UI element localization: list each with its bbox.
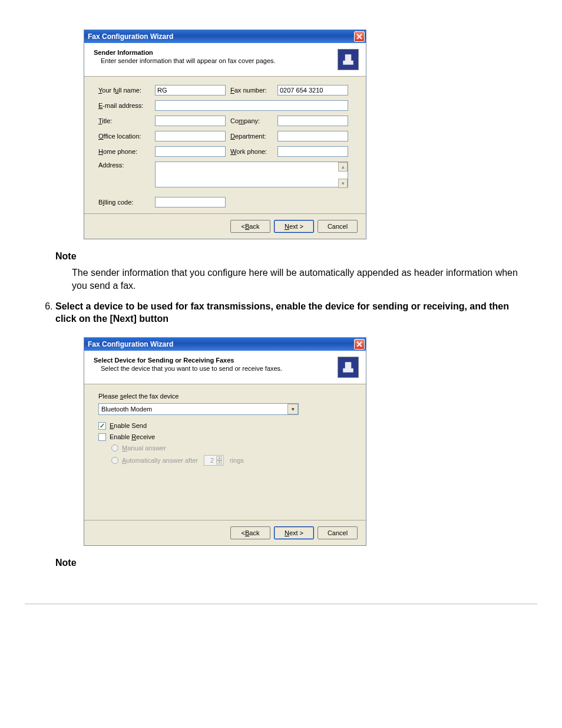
email-input[interactable]	[155, 100, 348, 111]
cancel-button[interactable]: Cancel	[318, 220, 358, 233]
full-name-input[interactable]	[155, 85, 226, 95]
fax-wizard-sender-dialog: Fax Configuration Wizard Sender Informat…	[84, 29, 366, 239]
address-input[interactable]	[155, 162, 348, 187]
note-text: The sender information that you configur…	[72, 266, 523, 293]
office-label: Office location:	[98, 133, 150, 140]
titlebar[interactable]: Fax Configuration Wizard	[84, 338, 366, 351]
fax-icon	[338, 357, 359, 378]
enable-send-checkbox[interactable]: ✓	[98, 422, 106, 430]
auto-answer-label: Automatically answer after	[122, 457, 198, 464]
full-name-label: Your full name:	[98, 87, 150, 94]
window-title: Fax Configuration Wizard	[88, 340, 173, 348]
scroll-down-button[interactable]: ▾	[338, 179, 348, 188]
billing-input[interactable]	[155, 197, 226, 207]
fax-device-select[interactable]: Bluetooth Modem ▾	[98, 403, 299, 415]
select-device-label: Please select the fax device	[98, 393, 352, 400]
rings-suffix: rings	[230, 457, 244, 464]
address-label: Address:	[98, 162, 150, 169]
header-title: Sender Information	[94, 49, 333, 56]
note-heading-2: Note	[55, 558, 537, 568]
home-phone-input[interactable]	[155, 146, 226, 157]
header-subtitle: Select the device that you want to use t…	[94, 365, 333, 372]
title-label: Title:	[98, 117, 150, 124]
back-button[interactable]: < Back	[230, 220, 270, 233]
window-title: Fax Configuration Wizard	[88, 32, 173, 41]
company-input[interactable]	[277, 116, 348, 126]
work-phone-label: Work phone:	[230, 148, 273, 155]
enable-receive-label: Enable Receive	[110, 433, 155, 440]
titlebar[interactable]: Fax Configuration Wizard	[84, 30, 366, 43]
header-subtitle: Enter sender information that will appea…	[94, 57, 333, 64]
manual-answer-label: Manual answer	[122, 444, 166, 452]
auto-answer-radio	[111, 457, 118, 464]
department-input[interactable]	[277, 131, 348, 141]
next-button[interactable]: Next >	[274, 220, 314, 233]
close-button[interactable]	[354, 339, 365, 350]
enable-receive-checkbox[interactable]	[98, 433, 106, 441]
note-heading: Note	[55, 251, 537, 262]
wizard-header: Select Device for Sending or Receiving F…	[84, 351, 366, 384]
fax-wizard-device-dialog: Fax Configuration Wizard Select Device f…	[84, 337, 366, 546]
work-phone-input[interactable]	[277, 146, 348, 157]
wizard-header: Sender Information Enter sender informat…	[84, 43, 366, 77]
department-label: Department:	[230, 133, 273, 140]
fax-icon	[338, 49, 359, 70]
enable-send-label: Enable Send	[110, 422, 147, 429]
header-title: Select Device for Sending or Receiving F…	[94, 357, 333, 364]
page-divider	[25, 604, 537, 604]
close-button[interactable]	[354, 31, 365, 42]
manual-answer-radio	[111, 444, 118, 452]
company-label: Company:	[230, 117, 273, 124]
email-label: E-mail address:	[98, 102, 150, 109]
rings-spinner: 2 ▴ ▾	[204, 455, 224, 466]
home-phone-label: Home phone:	[98, 148, 150, 155]
next-button[interactable]: Next >	[274, 526, 314, 539]
title-input[interactable]	[155, 116, 226, 126]
billing-label: Billing code:	[98, 199, 150, 206]
spinner-up: ▴	[216, 456, 222, 460]
back-button[interactable]: < Back	[230, 526, 270, 539]
step-6-text: Select a device to be used for fax trans…	[55, 300, 523, 325]
office-input[interactable]	[155, 131, 226, 141]
select-value: Bluetooth Modem	[101, 406, 152, 413]
scroll-up-button[interactable]: ▴	[338, 162, 348, 172]
cancel-button[interactable]: Cancel	[318, 526, 358, 539]
fax-number-label: Fax number:	[230, 87, 273, 94]
chevron-down-icon: ▾	[287, 404, 298, 414]
rings-value: 2	[210, 457, 214, 464]
fax-number-input[interactable]	[277, 85, 348, 95]
spinner-down: ▾	[216, 460, 222, 465]
